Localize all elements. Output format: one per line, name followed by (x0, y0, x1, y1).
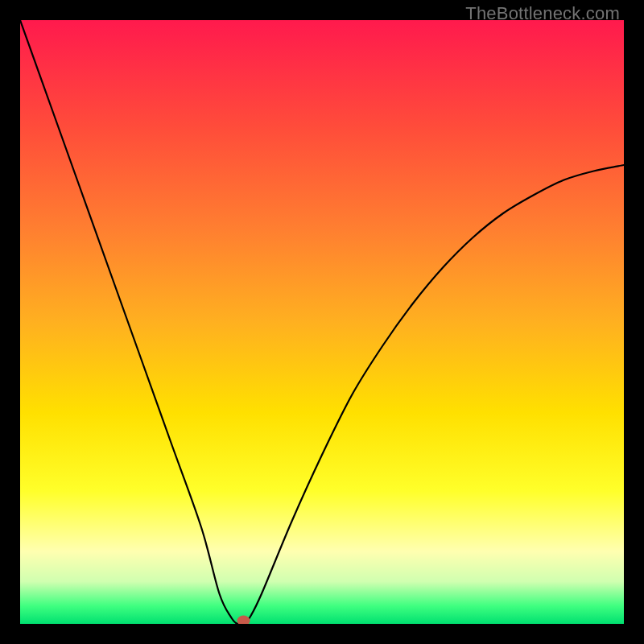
bottleneck-curve-path (20, 20, 624, 624)
bottleneck-chart (20, 20, 624, 624)
minimum-marker (237, 616, 250, 625)
